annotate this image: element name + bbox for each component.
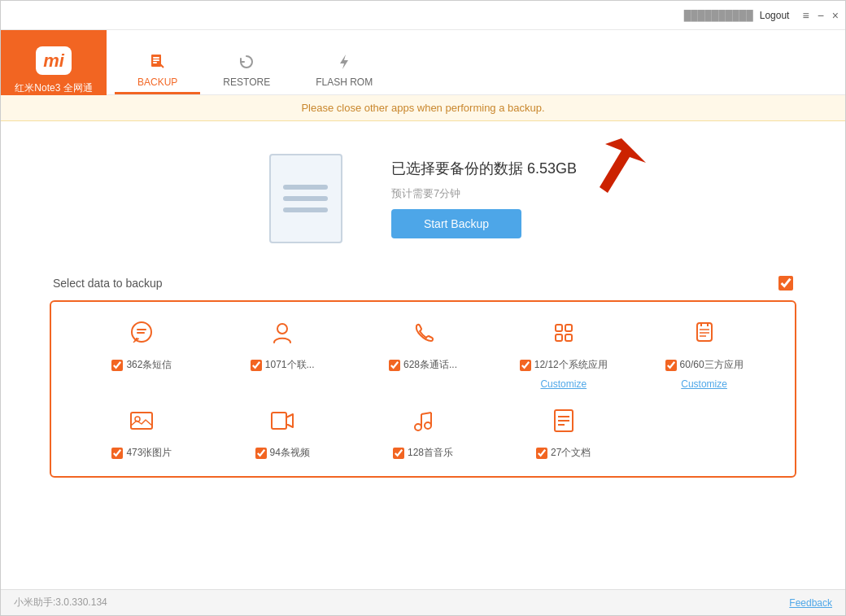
photos-row: 473张图片: [111, 446, 172, 460]
nav-tabs: BACKUP RESTORE: [107, 45, 845, 95]
docs-label: 27个文档: [551, 446, 591, 460]
app-window: ██████████ Logout ≡ − × mi 红米Note3 全网通: [0, 0, 846, 616]
svg-marker-6: [600, 138, 646, 193]
sms-label: 362条短信: [126, 358, 172, 372]
docs-checkbox[interactable]: [536, 448, 547, 459]
select-all-checkbox[interactable]: [778, 276, 793, 291]
svg-marker-4: [340, 55, 348, 69]
sms-icon: [127, 318, 156, 352]
system-apps-row: 12/12个系统应用: [520, 358, 608, 372]
videos-row: 94条视频: [255, 446, 310, 460]
flash-icon: [335, 53, 353, 73]
calls-row: 628条通话...: [389, 358, 457, 372]
backup-info-section: 已选择要备份的数据 6.53GB 预计需要7分钟 Start Backup: [50, 154, 796, 243]
music-label: 128首音乐: [408, 446, 453, 460]
notice-text: Please close other apps when performing …: [301, 102, 544, 114]
tab-restore-label: RESTORE: [223, 76, 270, 88]
data-item-third-apps: 60/60三方应用 Customize: [638, 318, 770, 390]
contacts-checkbox[interactable]: [251, 360, 262, 371]
data-item-docs: 27个文档: [497, 406, 630, 460]
mi-logo-icon: mi: [43, 50, 64, 72]
svg-rect-12: [565, 325, 572, 331]
sms-row: 362条短信: [111, 358, 172, 372]
menu-button[interactable]: ≡: [802, 10, 809, 21]
sidebar-logo: mi: [36, 46, 72, 75]
select-header: Select data to backup: [50, 276, 796, 291]
data-item-calls: 628条通话...: [357, 318, 490, 390]
svg-point-10: [277, 324, 287, 334]
calls-checkbox[interactable]: [389, 360, 400, 371]
videos-icon: [268, 406, 297, 439]
feedback-link[interactable]: Feedback: [789, 597, 832, 609]
svg-rect-11: [556, 325, 562, 331]
doc-line-3: [283, 208, 328, 212]
svg-rect-3: [153, 62, 157, 63]
svg-rect-2: [153, 59, 159, 61]
tab-restore[interactable]: RESTORE: [200, 45, 293, 94]
select-label: Select data to backup: [53, 277, 163, 290]
statusbar: 小米助手:3.0.330.134 Feedback: [1, 589, 845, 615]
data-item-system-apps: 12/12个系统应用 Customize: [497, 318, 630, 390]
svg-rect-14: [565, 334, 572, 341]
main-content: 已选择要备份的数据 6.53GB 预计需要7分钟 Start Backup: [1, 121, 845, 589]
data-item-contacts: 1071个联...: [216, 318, 349, 390]
select-data-section: Select data to backup: [50, 276, 796, 478]
calls-label: 628条通话...: [403, 358, 457, 372]
system-apps-checkbox[interactable]: [520, 360, 531, 371]
videos-checkbox[interactable]: [255, 448, 267, 459]
sidebar: mi 红米Note3 全网通: [1, 30, 107, 95]
music-row: 128首音乐: [393, 446, 453, 460]
svg-line-28: [421, 413, 431, 414]
tab-backup[interactable]: BACKUP: [115, 45, 200, 94]
music-checkbox[interactable]: [393, 448, 404, 459]
start-backup-button[interactable]: Start Backup: [391, 209, 521, 238]
svg-rect-21: [131, 413, 152, 429]
third-apps-customize[interactable]: Customize: [681, 378, 727, 390]
system-apps-customize[interactable]: Customize: [540, 378, 587, 390]
data-grid: 362条短信: [76, 318, 770, 460]
tab-area: BACKUP RESTORE: [107, 30, 845, 95]
notice-bar: Please close other apps when performing …: [1, 95, 845, 121]
calls-icon: [408, 318, 438, 352]
minimize-button[interactable]: −: [818, 10, 824, 21]
username-display: ██████████: [684, 10, 753, 21]
contacts-label: 1071个联...: [265, 358, 315, 372]
backup-time-text: 预计需要7分钟: [391, 186, 577, 201]
svg-rect-15: [697, 323, 712, 341]
docs-row: 27个文档: [536, 446, 591, 460]
photos-label: 473张图片: [126, 446, 172, 460]
doc-line-1: [283, 185, 328, 190]
logout-button[interactable]: Logout: [760, 10, 790, 21]
red-arrow-annotation: [577, 134, 650, 211]
backup-icon: [149, 53, 167, 73]
svg-rect-23: [272, 413, 286, 429]
third-apps-label: 60/60三方应用: [680, 358, 744, 372]
titlebar: ██████████ Logout ≡ − ×: [1, 1, 845, 30]
third-apps-checkbox[interactable]: [665, 360, 677, 371]
data-item-sms: 362条短信: [76, 318, 208, 390]
docs-icon: [549, 406, 578, 439]
tab-flash[interactable]: FLASH ROM: [293, 45, 395, 94]
svg-point-25: [425, 422, 431, 429]
third-apps-icon: [690, 318, 719, 352]
version-text: 小米助手:3.0.330.134: [14, 596, 107, 609]
contacts-row: 1071个联...: [251, 358, 315, 372]
sms-checkbox[interactable]: [111, 360, 123, 371]
data-grid-container: 362条短信: [50, 300, 796, 478]
music-icon: [408, 406, 438, 439]
svg-rect-1: [153, 57, 159, 59]
svg-point-24: [415, 424, 421, 430]
photos-checkbox[interactable]: [111, 448, 123, 459]
restore-icon: [238, 53, 255, 73]
main-content-inner: 已选择要备份的数据 6.53GB 预计需要7分钟 Start Backup: [1, 121, 845, 494]
third-apps-row: 60/60三方应用: [665, 358, 744, 372]
data-item-videos: 94条视频: [216, 406, 349, 460]
data-item-photos: 473张图片: [76, 406, 208, 460]
window-controls: ≡ − ×: [802, 10, 839, 21]
header-row: mi 红米Note3 全网通: [1, 30, 845, 95]
svg-rect-13: [556, 334, 562, 341]
system-apps-icon: [549, 318, 578, 352]
backup-size-text: 已选择要备份的数据 6.53GB: [391, 159, 577, 178]
document-icon: [269, 154, 342, 243]
close-button[interactable]: ×: [832, 10, 839, 21]
